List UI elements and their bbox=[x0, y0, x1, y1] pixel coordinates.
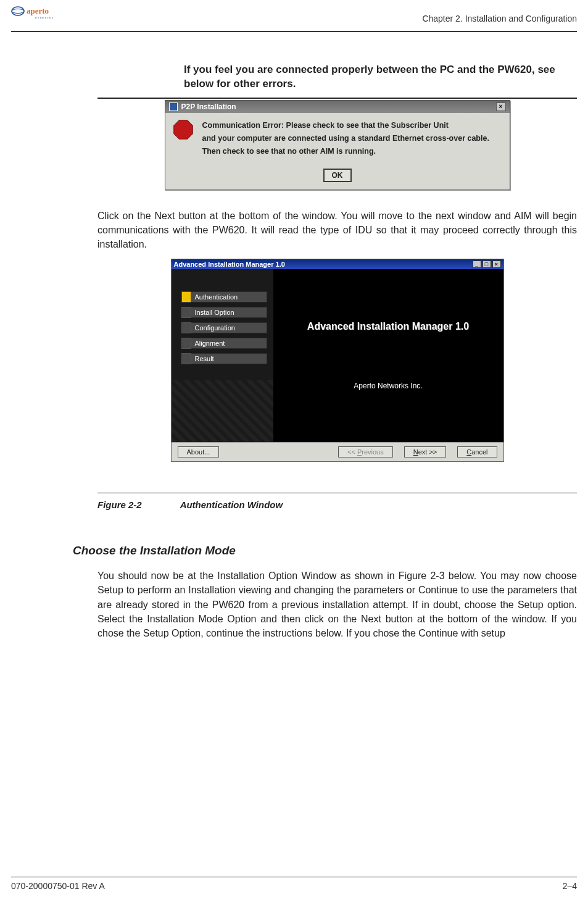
sidebar-step-alignment: Alignment bbox=[181, 338, 267, 349]
error-line-1: Communication Error: Please check to see… bbox=[202, 119, 489, 132]
aim-company-label: Aperto Networks Inc. bbox=[354, 382, 422, 390]
dialog-title: P2P Installation bbox=[181, 102, 236, 111]
app-icon bbox=[169, 102, 178, 111]
aperto-logo: aperto networks bbox=[11, 2, 73, 25]
ok-button[interactable]: OK bbox=[323, 169, 352, 182]
close-icon[interactable]: × bbox=[496, 102, 506, 111]
svg-point-1 bbox=[12, 9, 24, 14]
error-line-2: and your computer are connected using a … bbox=[202, 132, 489, 145]
sidebar-step-install-option: Install Option bbox=[181, 307, 267, 318]
svg-text:networks: networks bbox=[35, 16, 54, 19]
sidebar-step-result: Result bbox=[181, 353, 267, 364]
body-paragraph-1: Click on the Next button at the bottom o… bbox=[97, 209, 577, 252]
document-page: aperto networks Chapter 2. Installation … bbox=[0, 0, 588, 902]
svg-point-0 bbox=[12, 7, 24, 15]
section-paragraph: You should now be at the Installation Op… bbox=[97, 569, 577, 640]
aim-footer: About... << Previous Next >> Cancel bbox=[172, 442, 503, 461]
aim-window: Advanced Installation Manager 1.0 _ □ × … bbox=[171, 259, 504, 462]
sidebar-step-configuration: Configuration bbox=[181, 322, 267, 333]
stop-error-icon bbox=[173, 119, 194, 140]
minimize-icon[interactable]: _ bbox=[473, 261, 481, 268]
maximize-icon[interactable]: □ bbox=[482, 261, 491, 268]
aim-titlebar: Advanced Installation Manager 1.0 _ □ × bbox=[172, 259, 503, 269]
step-label: Configuration bbox=[191, 322, 267, 333]
step-indicator-icon bbox=[181, 338, 191, 349]
section-heading: Choose the Installation Mode bbox=[73, 544, 577, 557]
aim-sidebar: Authentication Install Option Configurat… bbox=[172, 269, 273, 442]
step-label: Install Option bbox=[191, 307, 267, 318]
lead-paragraph: If you feel you are connected properly b… bbox=[184, 63, 577, 91]
step-label: Result bbox=[191, 353, 267, 364]
figure-caption: Figure 2-2 Authentication Window bbox=[97, 499, 577, 510]
close-icon[interactable]: × bbox=[492, 261, 501, 268]
step-label: Alignment bbox=[191, 338, 267, 349]
figure-title: Authentication Window bbox=[180, 499, 283, 510]
error-line-3: Then check to see that no other AIM is r… bbox=[202, 145, 489, 158]
about-button[interactable]: About... bbox=[178, 446, 220, 457]
step-label: Authentication bbox=[191, 291, 267, 303]
step-indicator-icon bbox=[181, 307, 191, 318]
figure-rule bbox=[97, 493, 577, 493]
page-footer: 070-20000750-01 Rev A 2–4 bbox=[11, 877, 577, 891]
aim-main-panel: Advanced Installation Manager 1.0 Aperto… bbox=[273, 269, 503, 442]
p2p-error-dialog: P2P Installation × Communication Error: … bbox=[165, 100, 510, 190]
document-id: 070-20000750-01 Rev A bbox=[11, 881, 105, 891]
aperto-logo-icon: aperto networks bbox=[11, 2, 73, 25]
error-dialog-figure: P2P Installation × Communication Error: … bbox=[97, 100, 577, 190]
error-message: Communication Error: Please check to see… bbox=[202, 119, 489, 159]
footer-rule bbox=[11, 877, 577, 877]
page-header: aperto networks Chapter 2. Installation … bbox=[0, 0, 588, 30]
svg-marker-4 bbox=[173, 120, 193, 140]
svg-text:aperto: aperto bbox=[27, 6, 49, 15]
dialog-titlebar: P2P Installation × bbox=[165, 101, 510, 113]
aim-main-title: Advanced Installation Manager 1.0 bbox=[307, 321, 469, 332]
sidebar-step-authentication: Authentication bbox=[181, 291, 267, 303]
step-indicator-icon bbox=[181, 291, 191, 303]
aim-title: Advanced Installation Manager 1.0 bbox=[174, 261, 285, 268]
page-number: 2–4 bbox=[563, 881, 577, 891]
next-button[interactable]: Next >> bbox=[404, 446, 447, 457]
step-indicator-icon bbox=[181, 322, 191, 333]
step-indicator-icon bbox=[181, 353, 191, 364]
cancel-button[interactable]: Cancel bbox=[457, 446, 497, 457]
lead-rule bbox=[97, 98, 577, 99]
previous-button: << Previous bbox=[338, 446, 393, 457]
chapter-title: Chapter 2. Installation and Configuratio… bbox=[422, 14, 577, 23]
figure-number: Figure 2-2 bbox=[97, 499, 178, 510]
aim-window-figure: Advanced Installation Manager 1.0 _ □ × … bbox=[97, 259, 577, 462]
